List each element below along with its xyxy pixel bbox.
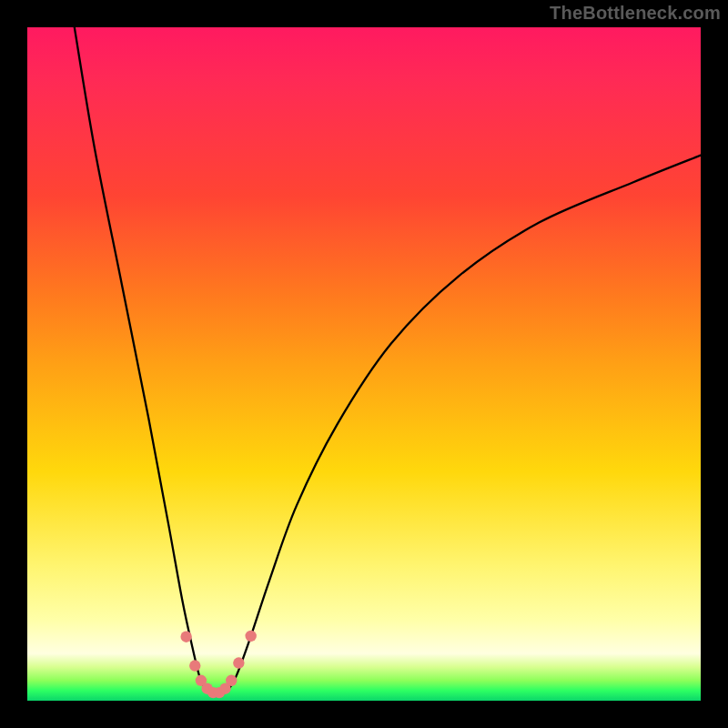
chart-svg	[27, 27, 701, 701]
chart-frame: TheBottleneck.com	[0, 0, 728, 728]
curve-marker	[180, 632, 191, 642]
curve-marker	[226, 675, 237, 686]
curve-marker	[245, 631, 256, 642]
curve-marker	[189, 660, 200, 671]
curve-markers	[180, 631, 256, 699]
watermark-label: TheBottleneck.com	[550, 3, 721, 24]
curve-marker	[233, 657, 244, 668]
bottleneck-curve	[75, 27, 701, 694]
